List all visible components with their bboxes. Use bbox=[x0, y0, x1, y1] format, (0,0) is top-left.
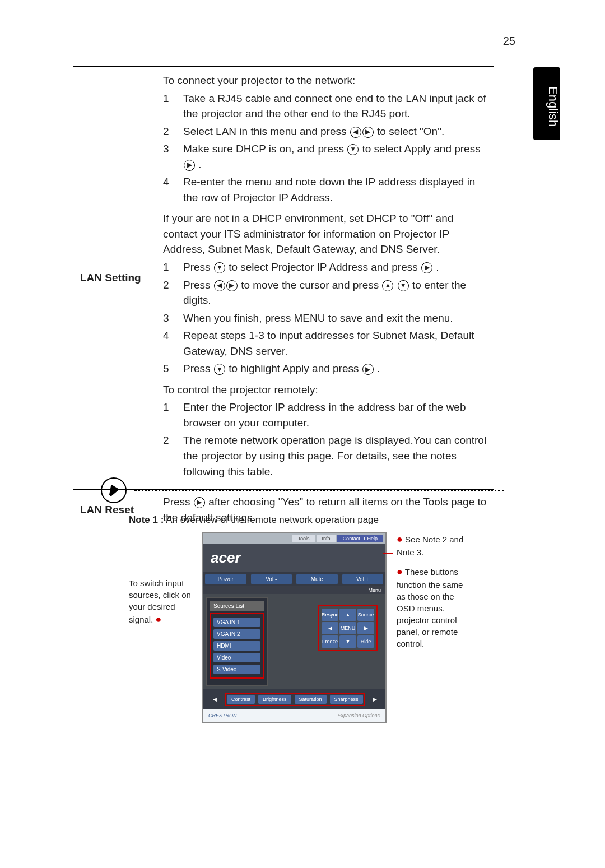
app-toolbar: Power Vol - Mute Vol + bbox=[203, 572, 385, 586]
step-b-1: 1Press ▼ to select Projector IP Address … bbox=[163, 259, 487, 275]
remote-page-overview: To switch input sources, click on your d… bbox=[129, 532, 504, 723]
tab-contact-it[interactable]: Contact IT Help bbox=[337, 535, 383, 542]
dhcp-off-paragraph: If your are not in a DHCP environment, s… bbox=[163, 211, 487, 257]
connect-intro: To connect your projector to the network… bbox=[163, 73, 487, 89]
sources-highlight: VGA IN 1 VGA IN 2 HDMI Video S-Video bbox=[210, 613, 264, 679]
remote-app-mock: Tools Info Contact IT Help acer Power Vo… bbox=[202, 532, 387, 723]
power-button[interactable]: Power bbox=[205, 574, 246, 584]
page-number: 25 bbox=[503, 35, 515, 48]
dpad-control: Resync ▲ Source ◀ MENU ▶ Freeze ▼ Hide bbox=[318, 605, 378, 651]
tab-tools[interactable]: Tools bbox=[292, 535, 315, 542]
hide-button[interactable]: Hide bbox=[357, 635, 374, 648]
dpad-up[interactable]: ▲ bbox=[339, 609, 356, 621]
adjust-highlight: Contrast Brightness Saturation Sharpness bbox=[225, 693, 365, 706]
step-a-2: 2Select LAN in this menu and press ◀▶ to… bbox=[163, 124, 487, 140]
app-bottom-bar: ◀ Contrast Brightness Saturation Sharpne… bbox=[203, 689, 385, 709]
right-arrow-icon: ▶ bbox=[226, 280, 238, 291]
right-arrow-icon: ▶ bbox=[421, 262, 432, 273]
language-tab-english: English bbox=[533, 67, 560, 140]
divider-dots bbox=[134, 490, 504, 491]
right-arrow-icon: ▶ bbox=[362, 364, 374, 375]
overview-left-caption: To switch input sources, click on your d… bbox=[129, 532, 202, 626]
left-arrow-icon: ◀ bbox=[214, 280, 225, 291]
sharpness-button[interactable]: Sharpness bbox=[330, 695, 363, 704]
step-b-4: 4Repeat steps 1-3 to input addresses for… bbox=[163, 328, 487, 359]
step-b-5: 5Press ▼ to highlight Apply and press ▶ … bbox=[163, 361, 487, 377]
remote-intro: To control the projector remotely: bbox=[163, 382, 487, 398]
row-label-lan-setting: LAN Setting bbox=[73, 67, 156, 490]
down-arrow-icon: ▼ bbox=[347, 144, 359, 155]
freeze-button[interactable]: Freeze bbox=[322, 635, 338, 648]
sources-header: Sources List bbox=[210, 601, 264, 611]
step-c-1: 1Enter the Projector IP address in the a… bbox=[163, 400, 487, 430]
source-vga1[interactable]: VGA IN 1 bbox=[213, 618, 260, 627]
overview-right-captions: ● See Note 2 and Note 3. ● These buttons… bbox=[387, 532, 471, 656]
right-arrow-icon: ▶ bbox=[184, 160, 195, 171]
source-video[interactable]: Video bbox=[213, 653, 260, 662]
crestron-logo: CRESTRON bbox=[208, 713, 237, 718]
down-arrow-icon: ▼ bbox=[214, 364, 225, 375]
right-arrow-icon: ▶ bbox=[362, 127, 374, 138]
up-arrow-icon: ▲ bbox=[382, 280, 393, 291]
lan-setting-description: To connect your projector to the network… bbox=[156, 67, 494, 490]
step-a-4: 4Re-enter the menu and note down the IP … bbox=[163, 174, 487, 205]
vol-down-button[interactable]: Vol - bbox=[251, 574, 292, 584]
note-section: Note 1 : An overview of the remote netwo… bbox=[101, 477, 504, 723]
mute-button[interactable]: Mute bbox=[296, 574, 338, 584]
step-a-3: 3Make sure DHCP is on, and press ▼ to se… bbox=[163, 141, 487, 172]
settings-table: LAN Setting To connect your projector to… bbox=[73, 66, 494, 530]
step-b-2: 2Press ◀▶ to move the cursor and press ▲… bbox=[163, 277, 487, 308]
dpad-left[interactable]: ◀ bbox=[322, 622, 338, 634]
brightness-button[interactable]: Brightness bbox=[258, 695, 291, 704]
contrast-button[interactable]: Contrast bbox=[227, 695, 255, 704]
source-hdmi[interactable]: HDMI bbox=[213, 641, 260, 651]
resync-button[interactable]: Resync bbox=[322, 609, 338, 621]
step-c-2: 2The remote network operation page is di… bbox=[163, 433, 487, 479]
source-button[interactable]: Source bbox=[357, 609, 374, 621]
step-b-3: 3When you finish, press MENU to save and… bbox=[163, 310, 487, 326]
tab-info[interactable]: Info bbox=[317, 535, 336, 542]
dpad-down[interactable]: ▼ bbox=[339, 635, 356, 648]
saturation-button[interactable]: Saturation bbox=[295, 695, 327, 704]
app-footer: CRESTRON Expansion Options bbox=[203, 709, 385, 722]
note-icon bbox=[101, 477, 127, 503]
source-vga2[interactable]: VGA IN 2 bbox=[213, 629, 260, 639]
source-svideo[interactable]: S-Video bbox=[213, 665, 260, 674]
menu-label: Menu bbox=[203, 586, 385, 594]
sources-list: Sources List VGA IN 1 VGA IN 2 HDMI Vide… bbox=[206, 597, 268, 686]
down-arrow-icon: ▼ bbox=[398, 280, 409, 291]
note-1-title: Note 1 : An overview of the remote netwo… bbox=[129, 514, 504, 526]
app-logo-bar: acer bbox=[203, 544, 385, 572]
vol-up-button[interactable]: Vol + bbox=[342, 574, 384, 584]
step-a-1: 1Take a RJ45 cable and connect one end t… bbox=[163, 91, 487, 122]
app-tabs: Tools Info Contact IT Help bbox=[203, 533, 385, 544]
expansion-options: Expansion Options bbox=[337, 713, 380, 718]
down-arrow-icon: ▼ bbox=[214, 262, 225, 273]
left-arrow-icon: ◀ bbox=[350, 127, 361, 138]
acer-logo: acer bbox=[211, 549, 241, 566]
dpad-right[interactable]: ▶ bbox=[357, 622, 374, 634]
menu-button[interactable]: MENU bbox=[339, 622, 356, 634]
